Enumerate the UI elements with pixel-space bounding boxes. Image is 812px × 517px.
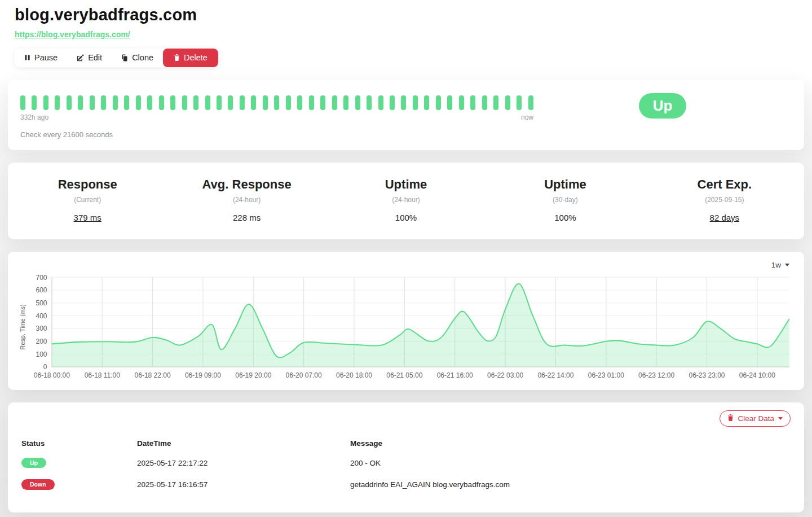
- heartbeat-beat: [332, 95, 337, 110]
- page-header: blog.verybadfrags.com https://blog.veryb…: [8, 0, 804, 67]
- stat-uptime-24h: Uptime (24-hour) 100%: [326, 177, 486, 222]
- svg-text:600: 600: [36, 286, 47, 294]
- monitor-url-link[interactable]: https://blog.verybadfrags.com/: [15, 30, 130, 39]
- response-time-chart: 010020030040050060070006-18 00:0006-18 1…: [27, 273, 793, 382]
- edit-button-label: Edit: [88, 54, 102, 62]
- heartbeat-beat: [43, 95, 48, 110]
- events-col-status: Status: [21, 435, 137, 452]
- heartbeat-beat: [55, 95, 60, 110]
- clone-button[interactable]: Clone: [112, 49, 163, 67]
- heartbeat-beat: [67, 95, 72, 110]
- stat-value-uptime-30d: 100%: [486, 213, 645, 222]
- heartbeat-beat: [263, 95, 268, 110]
- heartbeat-beat: [205, 95, 210, 110]
- stat-title: Uptime: [486, 177, 645, 192]
- heartbeat-beat: [367, 95, 372, 110]
- events-col-message: Message: [350, 435, 791, 452]
- heartbeat-range-start: 332h ago: [20, 113, 48, 121]
- svg-text:06-21 05:00: 06-21 05:00: [386, 371, 422, 379]
- svg-text:200: 200: [36, 337, 47, 345]
- svg-text:06-19 09:00: 06-19 09:00: [185, 371, 221, 379]
- stat-subtitle: (Current): [8, 196, 167, 204]
- heartbeat-beat: [447, 95, 452, 110]
- svg-text:400: 400: [36, 312, 47, 319]
- heartbeat-beat: [101, 95, 106, 110]
- stats-card: Response (Current) 379 ms Avg. Response …: [8, 163, 804, 239]
- pause-button[interactable]: Pause: [15, 49, 67, 67]
- chart-ylabel: Resp. Time (ms): [19, 304, 26, 350]
- status-badge: Up: [639, 93, 687, 119]
- event-message: 200 - OK: [350, 452, 791, 474]
- svg-text:06-23 23:00: 06-23 23:00: [689, 371, 725, 379]
- heartbeat-beat: [343, 95, 348, 110]
- stat-value-avg-response: 228 ms: [167, 213, 326, 222]
- heartbeat-beat: [193, 95, 198, 110]
- status-badge: Down: [21, 479, 55, 490]
- stat-value-cert-exp[interactable]: 82 days: [645, 213, 804, 222]
- events-col-datetime: DateTime: [137, 435, 350, 452]
- svg-text:06-18 22:00: 06-18 22:00: [135, 371, 171, 379]
- heartbeat-beat: [297, 95, 302, 110]
- heartbeat-beat: [493, 95, 498, 110]
- svg-text:300: 300: [36, 325, 47, 332]
- stat-uptime-30d: Uptime (30-day) 100%: [486, 177, 645, 222]
- heartbeat-beat: [251, 95, 256, 110]
- stat-subtitle: (24-hour): [167, 196, 326, 204]
- stat-title: Uptime: [326, 177, 486, 192]
- svg-text:06-18 11:00: 06-18 11:00: [85, 371, 120, 379]
- svg-text:700: 700: [36, 273, 47, 281]
- heartbeat-beat: [470, 95, 475, 110]
- monitor-toolbar: Pause Edit Clone Delete: [15, 49, 218, 67]
- status-badge: Up: [21, 458, 46, 468]
- page-title: blog.verybadfrags.com: [15, 6, 804, 24]
- stat-title: Response: [8, 177, 167, 192]
- table-row: Down 2025-05-17 16:16:57 getaddrinfo EAI…: [21, 474, 791, 496]
- svg-text:100: 100: [36, 350, 47, 358]
- event-datetime: 2025-05-17 16:16:57: [137, 474, 350, 496]
- stat-subtitle: (2025-09-15): [645, 196, 804, 204]
- heartbeat-beat: [482, 95, 487, 110]
- chart-period-select[interactable]: 1w: [768, 258, 793, 271]
- delete-button[interactable]: Delete: [163, 49, 218, 67]
- heartbeat-beat: [505, 95, 510, 110]
- heartbeat-beat: [228, 95, 233, 110]
- heartbeat-beat: [436, 95, 441, 110]
- heartbeat-beat: [20, 95, 25, 110]
- trash-icon: [174, 54, 180, 61]
- clear-data-label: Clear Data: [738, 414, 774, 423]
- svg-text:06-21 16:00: 06-21 16:00: [437, 371, 473, 379]
- chart-card: 1w Resp. Time (ms) 010020030040050060070…: [8, 252, 804, 390]
- chevron-down-icon: [785, 264, 789, 266]
- chevron-down-icon: [778, 417, 783, 420]
- stat-title: Cert Exp.: [645, 177, 804, 192]
- stat-response-current: Response (Current) 379 ms: [8, 177, 167, 222]
- heartbeat-beat: [124, 95, 129, 110]
- svg-text:06-20 07:00: 06-20 07:00: [286, 371, 322, 379]
- events-table: Status DateTime Message Up 2025-05-17 22…: [21, 435, 791, 496]
- heartbeat-beat: [32, 95, 37, 110]
- heartbeat-beat: [274, 95, 279, 110]
- heartbeat-beat: [170, 95, 175, 110]
- stat-cert-exp: Cert Exp. (2025-09-15) 82 days: [645, 177, 804, 222]
- monitor-page: blog.verybadfrags.com https://blog.veryb…: [0, 0, 812, 512]
- svg-text:06-19 20:00: 06-19 20:00: [235, 371, 271, 379]
- stat-subtitle: (24-hour): [326, 196, 486, 204]
- svg-text:06-20 18:00: 06-20 18:00: [336, 371, 372, 379]
- stat-title: Avg. Response: [167, 177, 326, 192]
- events-card: Clear Data Status DateTime Message Up 20…: [8, 402, 804, 512]
- trash-icon: [727, 414, 734, 423]
- heartbeat-beat: [459, 95, 464, 110]
- svg-text:06-23 01:00: 06-23 01:00: [588, 371, 624, 379]
- heartbeat-beat: [113, 95, 118, 110]
- edit-button[interactable]: Edit: [67, 49, 112, 67]
- event-datetime: 2025-05-17 22:17:22: [137, 452, 350, 474]
- stat-value-response-current[interactable]: 379 ms: [8, 213, 167, 222]
- pause-icon: [24, 54, 30, 61]
- heartbeat-beat: [217, 95, 222, 110]
- heartbeat-bar: [20, 95, 533, 110]
- svg-text:06-23 12:00: 06-23 12:00: [638, 371, 674, 379]
- heartbeat-beat: [378, 95, 383, 110]
- heartbeat-beat: [90, 95, 95, 110]
- clear-data-button[interactable]: Clear Data: [720, 410, 791, 427]
- heartbeat-beat: [401, 95, 406, 110]
